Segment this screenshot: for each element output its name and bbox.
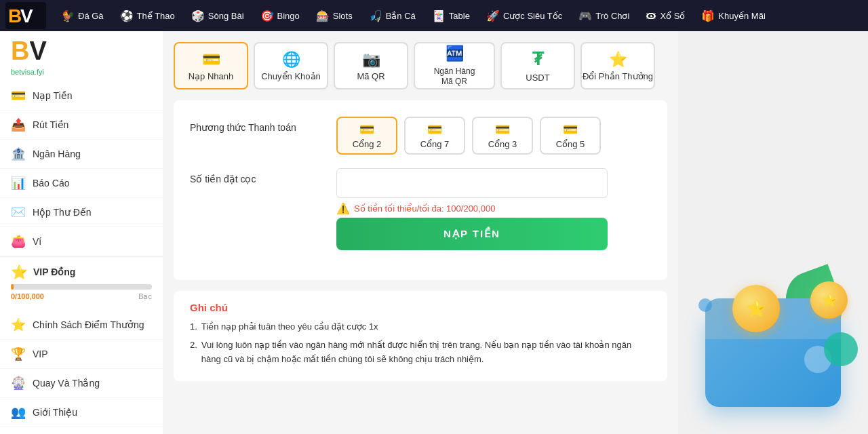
- deposit-form-card: Phương thức Thanh toán 💳 Cổng 2 💳 Cổng 7…: [174, 100, 667, 280]
- logo-v: V: [29, 37, 46, 65]
- cong7-icon: 💳: [427, 122, 442, 137]
- amount-label: Số tiền đặt cọc: [190, 168, 326, 184]
- vip-bar-fill: [11, 284, 14, 290]
- vip-title[interactable]: ⭐ VIP Đồng: [11, 264, 152, 280]
- payment-option-cong5[interactable]: 💳 Cổng 5: [540, 117, 601, 155]
- chinh-sach-icon: ⭐: [11, 317, 26, 332]
- logo[interactable]: B V: [5, 2, 46, 29]
- song-bai-icon: 🎲: [191, 9, 205, 22]
- payment-method-row: Phương thức Thanh toán 💳 Cổng 2 💳 Cổng 7…: [190, 117, 651, 155]
- notes-title: Ghi chú: [190, 302, 651, 313]
- notes-list: Tiền nạp phải tuân theo yêu cầu đặt cược…: [190, 320, 651, 366]
- rut-tien-icon: 📤: [11, 117, 26, 132]
- tab-ma-qr[interactable]: 📷 Mã QR: [334, 42, 408, 90]
- amount-row: Số tiền đặt cọc ⚠️ Số tiền tối thiểu/tối…: [190, 168, 651, 250]
- sidebar-item-nap-tien[interactable]: 💳 Nạp Tiền: [0, 81, 163, 111]
- tro-choi-icon: 🎮: [578, 9, 592, 22]
- da-ga-icon: 🐓: [61, 9, 75, 22]
- svg-text:V: V: [20, 5, 33, 26]
- notes-section: Ghi chú Tiền nạp phải tuân theo yêu cầu …: [174, 291, 667, 381]
- main-body: BV betvisa.fyi 💳 Nạp Tiền 📤 Rút Tiền 🏦 N…: [0, 31, 868, 434]
- note-item-1: Tiền nạp phải tuân theo yêu cầu đặt cược…: [190, 320, 651, 334]
- tab-ngan-hang-ma-qr[interactable]: 🏧 Ngân HàngMã QR: [414, 42, 495, 90]
- amount-control-area: ⚠️ Số tiền tối thiểu/tối đa: 100/200,000…: [336, 168, 651, 250]
- nav-item-khuyen-mai[interactable]: 🎁 Khuyến Mãi: [694, 7, 772, 25]
- right-decoration: ⭐ ⭐: [678, 31, 868, 434]
- note-item-2: Vui lòng luôn nạp tiền vào ngân hàng mới…: [190, 338, 651, 367]
- hop-thu-den-icon: ✉️: [11, 205, 26, 220]
- tab-doi-phan-thuong[interactable]: ⭐ Đổi Phần Thưởng: [580, 42, 655, 90]
- tab-chuyen-khoan[interactable]: 🌐 Chuyển Khoản: [254, 42, 328, 90]
- coin-2: ⭐: [810, 281, 848, 319]
- table-icon: 🃏: [432, 9, 446, 22]
- payment-options: 💳 Cổng 2 💳 Cổng 7 💳 Cổng 3 💳: [336, 117, 651, 155]
- vip-bar-labels: 0/100,000 Bạc: [11, 292, 152, 301]
- ngan-hang-ma-qr-tab-icon: 🏧: [446, 44, 464, 64]
- wallet-illustration: ⭐ ⭐: [692, 285, 861, 420]
- nap-nhanh-tab-icon: 💳: [202, 51, 220, 68]
- teal-circle: [824, 332, 858, 366]
- top-navigation: B V 🐓 Đá Gà ⚽ Thể Thao 🎲 Sòng Bài 🎯 Bing…: [0, 0, 868, 31]
- nav-item-xo-so[interactable]: 🎟 Xổ Số: [639, 7, 692, 24]
- chuyen-khoan-tab-icon: 🌐: [282, 51, 300, 68]
- slots-icon: 🎰: [316, 9, 330, 22]
- nav-item-table[interactable]: 🃏 Table: [425, 7, 477, 25]
- ngan-hang-icon: 🏦: [11, 146, 26, 161]
- sidebar-item-vip[interactable]: 🏆 VIP: [0, 340, 163, 369]
- nav-item-ban-ca[interactable]: 🎣 Bắn Cá: [362, 7, 422, 25]
- doi-phan-thuong-tab-icon: ⭐: [609, 51, 627, 68]
- logo-subtitle: betvisa.fyi: [0, 68, 163, 81]
- submit-deposit-button[interactable]: NẠP TIỀN: [336, 218, 608, 250]
- vip-progress-bar: [11, 284, 152, 290]
- ban-ca-icon: 🎣: [369, 9, 382, 22]
- sidebar-logo: BV: [0, 31, 163, 68]
- bingo-icon: 🎯: [260, 9, 274, 22]
- payment-option-cong7[interactable]: 💳 Cổng 7: [404, 117, 465, 155]
- quay-va-thang-icon: 🎡: [11, 376, 26, 391]
- wallet-body: [705, 312, 841, 407]
- ma-qr-tab-icon: 📷: [362, 51, 380, 68]
- sidebar-item-bao-cao[interactable]: 📊 Báo Cáo: [0, 169, 163, 198]
- cuoc-sieu-toc-icon: 🚀: [486, 9, 500, 22]
- nav-item-song-bai[interactable]: 🎲 Sòng Bài: [184, 7, 251, 25]
- payment-option-cong2[interactable]: 💳 Cổng 2: [336, 117, 397, 155]
- sidebar-item-vi[interactable]: 👛 Ví: [0, 227, 163, 256]
- payment-option-cong3[interactable]: 💳 Cổng 3: [472, 117, 533, 155]
- cong3-icon: 💳: [495, 122, 510, 137]
- coin-1: ⭐: [732, 285, 780, 332]
- amount-input[interactable]: [336, 168, 608, 198]
- hint-warning-icon: ⚠️: [336, 202, 350, 215]
- vip-icon: 🏆: [11, 347, 26, 361]
- khuyen-mai-icon: 🎁: [701, 9, 715, 22]
- vip-section: ⭐ VIP Đồng 0/100,000 Bạc: [0, 256, 163, 308]
- blue-dot: [698, 298, 712, 312]
- payment-options-group: 💳 Cổng 2 💳 Cổng 7 💳 Cổng 3 💳: [336, 117, 651, 155]
- sidebar-item-chinh-sach[interactable]: ⭐ Chính Sách Điểm Thưởng: [0, 311, 163, 340]
- nap-tien-icon: 💳: [11, 88, 26, 103]
- sidebar: BV betvisa.fyi 💳 Nạp Tiền 📤 Rút Tiền 🏦 N…: [0, 31, 163, 434]
- cong2-icon: 💳: [359, 122, 374, 137]
- payment-method-label: Phương thức Thanh toán: [190, 117, 326, 133]
- content-area: 💳 Nạp Nhanh 🌐 Chuyển Khoản 📷 Mã QR 🏧 Ngâ…: [163, 31, 678, 434]
- nav-item-da-ga[interactable]: 🐓 Đá Gà: [54, 7, 111, 25]
- the-thao-icon: ⚽: [120, 9, 134, 22]
- nav-item-cuoc-sieu-toc[interactable]: 🚀 Cược Siêu Tốc: [479, 7, 569, 25]
- sidebar-item-hop-thu-den[interactable]: ✉️ Hộp Thư Đến: [0, 198, 163, 227]
- tab-usdt[interactable]: ₮ USDT: [500, 42, 575, 90]
- logo-b: B: [11, 37, 29, 65]
- sidebar-item-ngan-hang[interactable]: 🏦 Ngân Hàng: [0, 140, 163, 169]
- bao-cao-icon: 📊: [11, 176, 26, 191]
- sidebar-item-quay-va-thang[interactable]: 🎡 Quay Và Thắng: [0, 369, 163, 398]
- nav-item-tro-choi[interactable]: 🎮 Trò Chơi: [572, 7, 636, 25]
- nav-item-the-thao[interactable]: ⚽ Thể Thao: [113, 7, 182, 25]
- sidebar-item-rut-tien[interactable]: 📤 Rút Tiền: [0, 111, 163, 140]
- vip-star-icon: ⭐: [11, 264, 28, 280]
- nav-item-bingo[interactable]: 🎯 Bingo: [254, 7, 307, 25]
- cong5-icon: 💳: [563, 122, 578, 137]
- xo-so-icon: 🎟: [646, 9, 656, 22]
- deposit-tabs: 💳 Nạp Nhanh 🌐 Chuyển Khoản 📷 Mã QR 🏧 Ngâ…: [174, 42, 667, 90]
- amount-hint: ⚠️ Số tiền tối thiểu/tối đa: 100/200,000: [336, 202, 651, 215]
- tab-nap-nhanh[interactable]: 💳 Nạp Nhanh: [174, 42, 248, 90]
- nav-item-slots[interactable]: 🎰 Slots: [309, 7, 359, 25]
- sidebar-item-gioi-thieu[interactable]: 👥 Giới Thiệu: [0, 398, 163, 427]
